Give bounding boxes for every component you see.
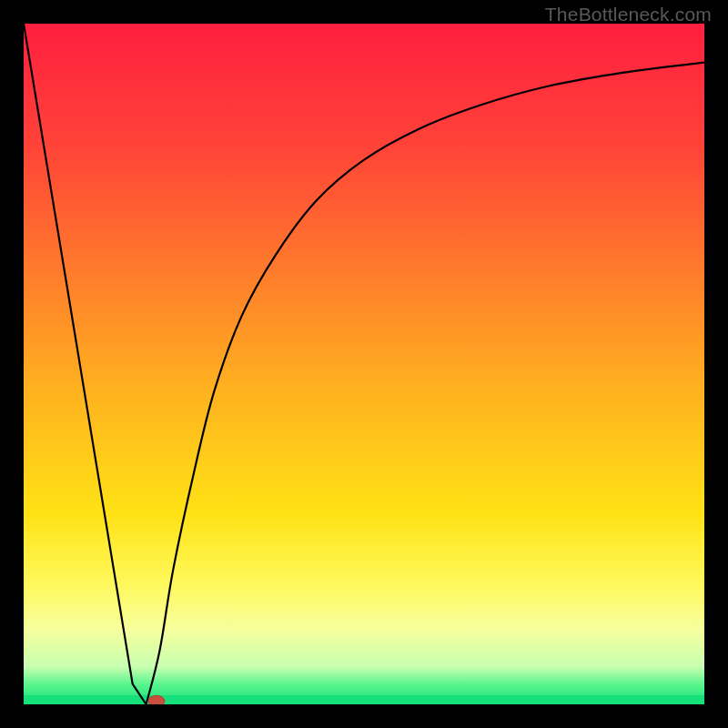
minimum-marker [148,695,165,704]
bottleneck-chart [24,24,704,704]
chart-frame [24,24,704,704]
chart-background-gradient [24,24,704,704]
chart-bottom-strip [24,695,704,704]
watermark-text: TheBottleneck.com [545,4,712,25]
